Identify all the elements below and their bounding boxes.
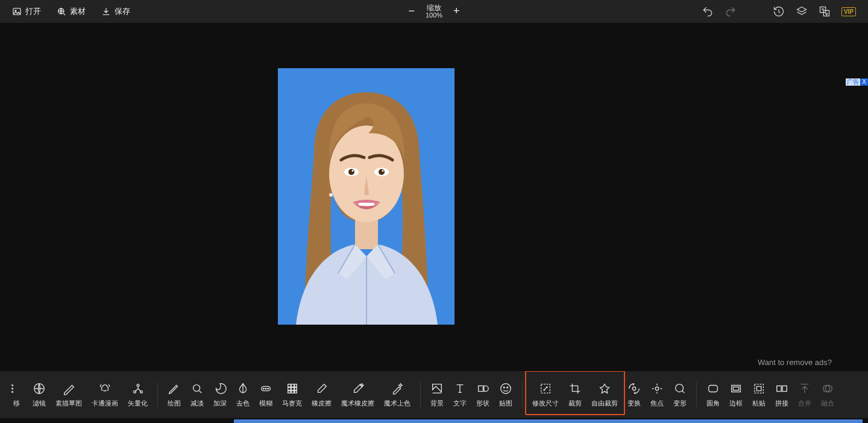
top-bar: 打开 素材 保存 − 缩放 100% + bbox=[0, 0, 868, 23]
tool-label: 减淡 bbox=[190, 399, 204, 408]
ad-chip: 广告 X bbox=[846, 78, 868, 86]
toolbar-separator bbox=[157, 382, 158, 407]
tool-label: 魔术橡皮擦 bbox=[341, 399, 374, 408]
zoom-group: − 缩放 100% + bbox=[408, 4, 459, 19]
undo-button[interactable] bbox=[702, 5, 714, 17]
tool-mosaic[interactable]: 马赛克 bbox=[277, 382, 307, 408]
redo-button[interactable] bbox=[725, 5, 737, 17]
tool-border[interactable]: 边框 bbox=[725, 382, 747, 408]
tool-label: 变换 bbox=[627, 399, 641, 408]
tool-label: 魔术上色 bbox=[384, 399, 410, 408]
tool-label: 融合 bbox=[821, 399, 834, 408]
assets-button[interactable]: 素材 bbox=[57, 6, 86, 17]
tool-vectorize[interactable]: 矢量化 bbox=[123, 382, 153, 408]
save-button[interactable]: 保存 bbox=[101, 6, 130, 17]
zoom-readout[interactable]: 缩放 100% bbox=[426, 4, 442, 19]
tool-text[interactable]: 文字 bbox=[448, 382, 471, 408]
save-label: 保存 bbox=[115, 6, 130, 17]
transform-icon bbox=[627, 382, 641, 396]
tool-eraser[interactable]: 橡皮擦 bbox=[307, 382, 336, 408]
tool-label: 加深 bbox=[213, 399, 227, 408]
tool-freecrop[interactable]: 自由裁剪 bbox=[587, 382, 623, 408]
tool-crop[interactable]: 裁剪 bbox=[564, 382, 587, 408]
layers-button[interactable] bbox=[796, 5, 808, 17]
tool-label: 去色 bbox=[236, 399, 250, 408]
tool-blend: 融合 bbox=[816, 382, 839, 408]
vip-badge[interactable]: VIP bbox=[841, 7, 856, 16]
tool-label: 变形 bbox=[673, 399, 687, 408]
tool-distort[interactable]: 变形 bbox=[668, 382, 691, 408]
tool-magicEraser[interactable]: 魔术橡皮擦 bbox=[336, 382, 379, 408]
tool-paste[interactable]: 粘贴 bbox=[747, 382, 770, 408]
svg-point-11 bbox=[379, 169, 385, 175]
stitch-icon bbox=[775, 382, 788, 396]
zoom-title: 缩放 bbox=[426, 4, 442, 12]
history-button[interactable] bbox=[773, 5, 785, 17]
tool-sketch[interactable]: 素描草图 bbox=[51, 382, 87, 408]
remove-ads-link[interactable]: Want to remove ads? bbox=[758, 358, 832, 367]
tool-label: 贴图 bbox=[499, 399, 512, 408]
darken-icon bbox=[213, 382, 227, 396]
tool-merge: 合并 bbox=[793, 382, 816, 408]
blend-icon bbox=[821, 382, 834, 396]
decolor-icon bbox=[236, 382, 250, 396]
tool-label: 马赛克 bbox=[282, 399, 302, 408]
zoom-in-button[interactable]: + bbox=[453, 5, 460, 17]
tool-label: 模糊 bbox=[259, 399, 272, 408]
distort-icon bbox=[673, 382, 687, 396]
ad-close-button[interactable]: X bbox=[860, 78, 868, 86]
open-button[interactable]: 打开 bbox=[12, 6, 41, 17]
round-icon bbox=[706, 382, 720, 396]
tool-label: 拼接 bbox=[775, 399, 788, 408]
tool-label: 圆角 bbox=[706, 399, 720, 408]
resize-icon bbox=[539, 382, 552, 396]
tool-stitch[interactable]: 拼接 bbox=[770, 382, 793, 408]
top-right-group: VIP bbox=[702, 5, 856, 17]
open-label: 打开 bbox=[25, 6, 41, 17]
tool-shape[interactable]: 形状 bbox=[471, 382, 494, 408]
cartoon-icon bbox=[98, 382, 112, 396]
tool-filter[interactable]: 滤镜 bbox=[28, 382, 51, 408]
tool-label: 橡皮擦 bbox=[312, 399, 332, 408]
translate-button[interactable] bbox=[819, 5, 831, 17]
blur-icon bbox=[259, 382, 272, 396]
bottom-stripe bbox=[234, 419, 863, 423]
svg-point-13 bbox=[382, 170, 384, 172]
magicColor-icon bbox=[391, 382, 404, 396]
tool-decolor[interactable]: 去色 bbox=[231, 382, 254, 408]
tool-sticker[interactable]: 贴图 bbox=[494, 382, 517, 408]
tool-lighten[interactable]: 减淡 bbox=[186, 382, 209, 408]
tool-label: 修改尺寸 bbox=[532, 399, 559, 408]
tool-background[interactable]: 背景 bbox=[426, 382, 448, 408]
tool-round[interactable]: 圆角 bbox=[702, 382, 725, 408]
zoom-out-button[interactable]: − bbox=[408, 5, 415, 17]
image-icon bbox=[12, 7, 22, 16]
canvas-image[interactable] bbox=[278, 68, 454, 325]
lighten-icon bbox=[190, 382, 204, 396]
svg-point-15 bbox=[329, 193, 333, 197]
tool-cartoon[interactable]: 卡通漫画 bbox=[87, 382, 123, 408]
tool-label: 素描草图 bbox=[55, 399, 82, 408]
tool-paint[interactable]: 绘图 bbox=[163, 382, 186, 408]
tool-blur[interactable]: 模糊 bbox=[254, 382, 277, 408]
tool-transform[interactable]: 变换 bbox=[623, 382, 646, 408]
magicEraser-icon bbox=[351, 382, 365, 396]
tool-magicColor[interactable]: 魔术上色 bbox=[379, 382, 415, 408]
tool-label: 粘贴 bbox=[752, 399, 766, 408]
tool-label: 移 bbox=[13, 399, 20, 408]
tool-darken[interactable]: 加深 bbox=[209, 382, 231, 408]
globe-search-icon bbox=[57, 7, 66, 16]
toolbar-separator bbox=[522, 382, 523, 407]
tool-label: 边框 bbox=[729, 399, 743, 408]
toolbar: 移滤镜素描草图卡通漫画矢量化绘图减淡加深去色模糊马赛克橡皮擦魔术橡皮擦魔术上色背… bbox=[0, 371, 868, 418]
tool-resize[interactable]: 修改尺寸 bbox=[527, 382, 564, 408]
eraser-icon bbox=[315, 382, 329, 396]
canvas-area[interactable]: 广告 X Want to remove ads? bbox=[0, 23, 868, 371]
tool-move[interactable]: 移 bbox=[5, 382, 28, 408]
merge-icon bbox=[798, 382, 811, 396]
svg-point-1 bbox=[15, 10, 16, 11]
tool-focus[interactable]: 焦点 bbox=[646, 382, 668, 408]
tool-label: 形状 bbox=[476, 399, 489, 408]
top-left-group: 打开 素材 保存 bbox=[12, 6, 130, 17]
background-icon bbox=[430, 382, 444, 396]
